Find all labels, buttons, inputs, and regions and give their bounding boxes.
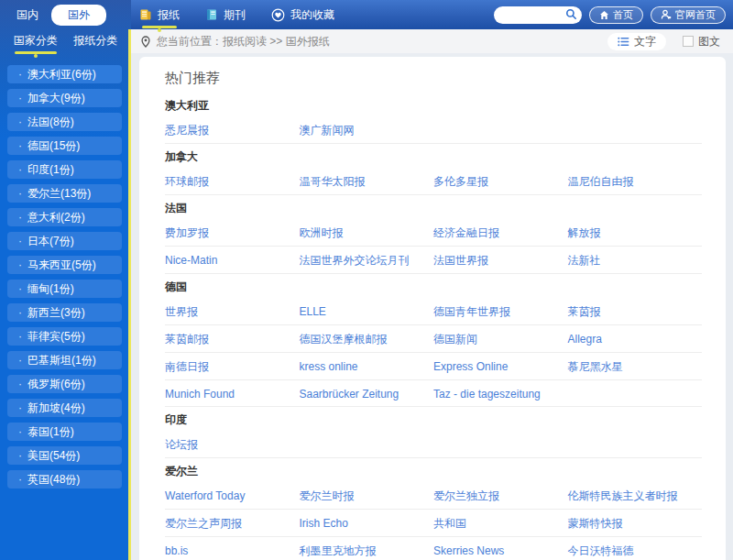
sidebar-item-label: 菲律宾(5份) (27, 330, 85, 343)
newspaper-link[interactable]: 环球邮报 (165, 175, 209, 188)
newspaper-row: 莱茵邮报德国汉堡摩根邮报德国新闻Allegra (165, 325, 702, 353)
newspaper-cell: 悉尼晨报 (165, 121, 300, 138)
sidebar-item-country[interactable]: 美国(54份) (7, 446, 122, 465)
newspaper-link[interactable]: 伦斯特民族主义者时报 (568, 489, 678, 502)
newspaper-link[interactable]: 澳广新闻网 (300, 124, 355, 137)
sidebar-item-label: 意大利(2份) (27, 211, 85, 224)
newspaper-link[interactable]: 今日沃特福德 (568, 544, 634, 557)
newspaper-link[interactable]: Allegra (568, 333, 602, 346)
sidebar-item-country[interactable]: 新西兰(3份) (7, 303, 122, 322)
newspaper-sections: 澳大利亚悉尼晨报澳广新闻网加拿大环球邮报温哥华太阳报多伦多星报温尼伯自由报法国费… (165, 93, 702, 560)
newspaper-cell: 法国世界外交论坛月刊 (300, 251, 434, 269)
newspaper-link[interactable]: 法国世界外交论坛月刊 (300, 254, 410, 267)
newspaper-link[interactable]: ELLE (300, 305, 326, 318)
sidebar-item-label: 新西兰(3份) (27, 306, 85, 319)
sidebar-item-country[interactable]: 爱尔兰(13份) (7, 184, 122, 203)
newspaper-link[interactable]: Nice-Matin (165, 254, 217, 267)
newspaper-cell: 经济金融日报 (433, 224, 568, 241)
newspaper-link[interactable]: 多伦多星报 (433, 175, 488, 188)
sidebar-item-country[interactable]: 加拿大(9份) (7, 89, 122, 107)
newspaper-link[interactable]: Irish Echo (300, 517, 348, 530)
site-home-button[interactable]: 官网首页 (651, 6, 726, 24)
newspaper-link[interactable]: 温哥华太阳报 (300, 175, 366, 188)
newspaper-link[interactable]: 德国汉堡摩根邮报 (300, 333, 388, 346)
newspaper-cell: Taz - die tageszeitung (433, 385, 568, 401)
newspaper-cell: 爱尔兰时报 (300, 487, 434, 504)
sidebar-item-label: 马来西亚(5份) (27, 258, 96, 271)
newspaper-link[interactable]: 法新社 (568, 254, 601, 267)
search-icon[interactable] (565, 8, 577, 20)
region-domestic-button[interactable]: 国内 (16, 7, 38, 23)
sidebar-item-label: 澳大利亚(6份) (27, 68, 96, 81)
newspaper-link[interactable]: 莱茵邮报 (165, 333, 209, 346)
newspaper-link[interactable]: 莱茵报 (568, 305, 601, 318)
newspaper-link[interactable]: 费加罗报 (165, 226, 209, 239)
sidebar-item-country[interactable]: 德国(15份) (7, 137, 122, 155)
newspaper-link[interactable]: 利墨里克地方报 (300, 544, 377, 557)
breadcrumb-text: 您当前位置：报纸阅读 >> 国外报纸 (157, 34, 330, 49)
sidebar-item-country[interactable]: 印度(1份) (7, 160, 122, 179)
sidebar-item-country[interactable]: 马来西亚(5份) (7, 256, 122, 274)
tab-newspaper-category[interactable]: 报纸分类 (66, 29, 126, 54)
newspaper-link[interactable]: bb.is (165, 544, 188, 557)
newspaper-link[interactable]: Skerries News (433, 544, 504, 557)
tab-favorites[interactable]: 我的收藏 (271, 0, 334, 29)
sidebar-item-label: 巴基斯坦(1份) (27, 354, 96, 367)
sidebar-item-country[interactable]: 缅甸(1份) (7, 280, 122, 298)
newspaper-link[interactable]: 悉尼晨报 (165, 124, 209, 137)
newspaper-link[interactable]: Taz - die tageszeitung (433, 388, 541, 401)
sidebar-item-country[interactable]: 菲律宾(5份) (7, 327, 122, 346)
sidebar-item-label: 美国(54份) (27, 449, 80, 462)
region-foreign-button[interactable]: 国外 (51, 5, 106, 26)
newspaper-link[interactable]: 经济金融日报 (433, 226, 499, 239)
newspaper-link[interactable]: Express Online (433, 360, 508, 373)
newspaper-link[interactable]: 德国青年世界报 (433, 305, 510, 318)
sidebar-item-country[interactable]: 新加坡(4份) (7, 399, 122, 417)
newspaper-link[interactable]: Saarbrücker Zeitung (300, 388, 399, 401)
newspaper-link[interactable]: Munich Found (165, 388, 235, 401)
location-pin-icon (140, 36, 151, 48)
newspaper-link[interactable]: 爱尔兰独立报 (433, 489, 499, 502)
home-icon (599, 10, 609, 20)
sidebar-item-country[interactable]: 英国(48份) (7, 470, 122, 489)
tab-journal[interactable]: 期刊 (205, 0, 246, 29)
newspaper-cell: 澳广新闻网 (300, 121, 434, 138)
sidebar-item-country[interactable]: 泰国(1份) (7, 423, 122, 441)
page: 报纸 期刊 我的收藏 (0, 0, 733, 560)
newspaper-link[interactable]: 爱尔兰时报 (300, 489, 355, 502)
sidebar-item-country[interactable]: 意大利(2份) (7, 208, 122, 226)
text-mode-toggle[interactable]: 文字 (607, 33, 666, 50)
newspaper-link[interactable]: 欧洲时报 (300, 226, 344, 239)
newspaper-link[interactable]: 德国新闻 (433, 333, 477, 346)
sidebar-item-country[interactable]: 俄罗斯(6份) (7, 375, 122, 393)
sidebar-item-country[interactable]: 法国(8份) (7, 113, 122, 131)
sidebar-item-label: 泰国(1份) (27, 425, 74, 438)
newspaper-link[interactable]: 论坛报 (165, 438, 198, 451)
newspaper-row: Nice-Matin法国世界外交论坛月刊法国世界报法新社 (165, 247, 702, 274)
sidebar-item-label: 新加坡(4份) (27, 401, 85, 414)
newspaper-link[interactable]: 解放报 (568, 226, 601, 239)
sidebar-item-country[interactable]: 澳大利亚(6份) (7, 65, 122, 83)
sidebar-item-country[interactable]: 巴基斯坦(1份) (7, 351, 122, 369)
newspaper-row: 费加罗报欧洲时报经济金融日报解放报 (165, 219, 702, 247)
newspaper-link[interactable]: 慕尼黑水星 (568, 360, 623, 373)
newspaper-link[interactable]: 温尼伯自由报 (568, 175, 634, 188)
newspaper-link[interactable]: 爱尔兰之声周报 (165, 517, 242, 530)
tab-newspaper[interactable]: 报纸 (139, 0, 180, 29)
newspaper-cell: 蒙斯特快报 (568, 514, 703, 532)
newspaper-link[interactable]: Waterford Today (165, 489, 245, 502)
tab-country-category[interactable]: 国家分类 (5, 29, 66, 54)
newspaper-link[interactable]: 蒙斯特快报 (568, 517, 623, 530)
newspaper-link[interactable]: 世界报 (165, 305, 198, 318)
newspaper-link[interactable]: 南德日报 (165, 360, 209, 373)
image-mode-icon (683, 36, 694, 47)
newspaper-link[interactable]: 法国世界报 (433, 254, 488, 267)
home-button[interactable]: 首页 (589, 6, 643, 24)
image-mode-toggle[interactable]: 图文 (683, 34, 720, 49)
newspaper-link[interactable]: kress online (300, 360, 358, 373)
newspaper-cell (300, 435, 434, 453)
sidebar-item-country[interactable]: 日本(7份) (7, 232, 122, 250)
home-button-label: 首页 (613, 8, 633, 22)
newspaper-cell: 世界报 (165, 302, 300, 320)
newspaper-link[interactable]: 共和国 (433, 517, 466, 530)
